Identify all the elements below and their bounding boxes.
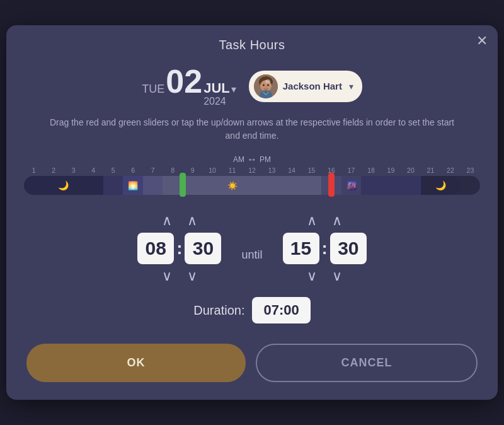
start-min-down-button[interactable]: ∨ [183,268,201,284]
svg-point-4 [267,84,269,86]
tl-num-17: 17 [341,166,361,174]
instruction-text: Drag the red and green sliders or tap th… [6,110,498,149]
am-label: AM [233,155,244,164]
modal-header: Task Hours ✕ [6,25,498,60]
ok-button[interactable]: OK [26,344,246,382]
duration-row: Duration: 07:00 [6,289,498,336]
pm-label: PM [260,155,271,164]
start-hour-display: 08 [137,233,174,264]
seg-morning: 🌅 [123,176,142,195]
seg-end-work [282,176,321,195]
seg-night-left: 🌙 [24,176,103,195]
tl-num-13: 13 [262,166,282,174]
duration-label: Duration: [193,303,244,318]
date-user-row: TUE 02 JUL 2024 ▾ [6,60,498,110]
sunset-icon: 🌆 [346,181,357,190]
end-time-down-row: ∨ ∨ [303,268,346,284]
start-hour-down-button[interactable]: ∨ [158,268,176,284]
time-controls: ∧ ∧ 08 : 30 ∨ ∨ until ∧ ∧ [6,197,498,289]
tl-num-23: 23 [461,166,480,174]
until-label: until [234,248,270,262]
date-day-num: 02 [166,65,202,98]
seg-midday: ☀️ [222,176,242,195]
tl-num-2: 2 [43,166,63,174]
moon-left-icon: 🌙 [58,180,69,190]
end-colon: : [322,238,328,259]
modal-title: Task Hours [219,38,285,52]
am-pm-label: AM ↔ PM [16,154,488,165]
tl-num-15: 15 [302,166,321,174]
seg-evening: 🌆 [341,176,361,195]
end-minute-display: 30 [330,233,367,264]
seg-night-right: 🌙 [421,176,461,195]
button-row: OK CANCEL [6,336,498,400]
tl-num-12: 12 [242,166,261,174]
moon-right-icon: 🌙 [435,180,446,190]
date-display: TUE 02 JUL 2024 ▾ [142,65,236,107]
seg-afternoon [242,176,282,195]
end-min-down-button[interactable]: ∨ [328,268,346,284]
date-dropdown-icon[interactable]: ▾ [231,83,236,95]
tl-num-14: 14 [282,166,301,174]
task-hours-modal: Task Hours ✕ TUE 02 JUL 2024 ▾ [6,25,498,400]
timeline-bar-inner: 🌙 🌅 ☀️ [24,176,480,195]
midday-sun-icon: ☀️ [227,181,238,190]
end-min-up-button[interactable]: ∧ [328,212,346,229]
tl-num-10: 10 [202,166,222,174]
start-time-block: ∧ ∧ 08 : 30 ∨ ∨ [137,212,221,284]
start-hour-up-button[interactable]: ∧ [158,212,176,229]
end-hour-up-button[interactable]: ∧ [303,212,321,229]
sunrise-icon: 🌅 [128,181,138,190]
timeline-numbers: 1 2 3 4 5 6 7 8 9 10 11 12 13 14 15 16 1 [24,166,480,174]
date-day-name: TUE [142,83,164,96]
tl-num-19: 19 [381,166,401,174]
start-colon: : [176,238,182,259]
timeline-section: AM ↔ PM 1 2 3 4 5 6 7 8 9 10 11 [6,149,498,197]
timeline-bar[interactable]: 🌙 🌅 ☀️ [24,176,480,195]
start-min-up-button[interactable]: ∧ [183,212,201,229]
end-time-up-row: ∧ ∧ [303,212,346,229]
end-time-slider[interactable] [328,173,335,197]
modal-overlay: Task Hours ✕ TUE 02 JUL 2024 ▾ [0,0,504,425]
date-month-year: JUL 2024 [203,81,230,107]
tl-num-4: 4 [83,166,103,174]
svg-point-7 [265,79,270,83]
cancel-button[interactable]: CANCEL [256,344,478,382]
user-selector[interactable]: Jackson Hart ▾ [249,71,362,102]
seg-dawn [103,176,123,195]
start-time-slider[interactable] [180,173,186,197]
svg-point-5 [265,86,266,87]
user-chevron-icon: ▾ [349,81,353,91]
end-time-block: ∧ ∧ 15 : 30 ∨ ∨ [283,212,367,284]
tl-num-6: 6 [123,166,142,174]
date-month: JUL [203,81,230,95]
tl-num-18: 18 [361,166,381,174]
seg-8 [143,176,163,195]
tl-num-1: 1 [24,166,43,174]
start-time-display: 08 : 30 [137,233,221,264]
tl-num-3: 3 [64,166,83,174]
tl-num-11: 11 [222,166,242,174]
avatar [254,74,278,98]
start-time-up-row: ∧ ∧ [158,212,201,229]
end-hour-display: 15 [283,233,319,264]
tl-num-21: 21 [421,166,440,174]
close-button[interactable]: ✕ [476,34,488,48]
seg-work-a [163,176,222,195]
duration-value: 07:00 [252,297,310,323]
start-minute-display: 30 [185,233,221,264]
seg-night-early [361,176,420,195]
tl-num-7: 7 [143,166,163,174]
svg-point-3 [263,84,265,86]
end-time-display: 15 : 30 [283,233,367,264]
tl-num-5: 5 [103,166,123,174]
am-pm-arrow-icon: ↔ [247,154,257,165]
tl-num-22: 22 [440,166,460,174]
tl-num-9: 9 [183,166,202,174]
date-year: 2024 [203,95,226,107]
tl-num-20: 20 [401,166,420,174]
end-hour-down-button[interactable]: ∨ [303,268,321,284]
timeline-wrapper: 1 2 3 4 5 6 7 8 9 10 11 12 13 14 15 16 1 [24,166,480,195]
start-time-down-row: ∨ ∨ [158,268,201,284]
user-name: Jackson Hart [283,81,344,91]
